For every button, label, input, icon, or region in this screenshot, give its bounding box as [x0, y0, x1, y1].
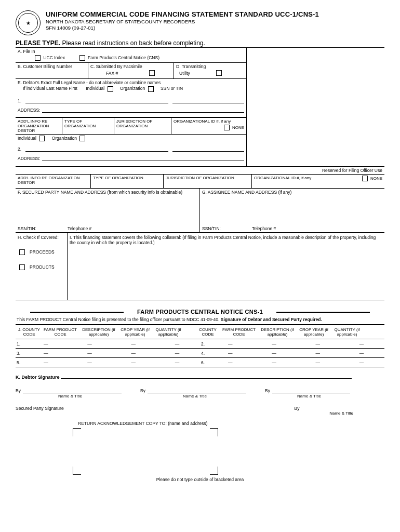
j-crop-header: CROP YEAR (if applicable) [118, 327, 152, 337]
state-seal-icon [16, 10, 41, 35]
section-f-label: F. SECURED PARTY NAME AND ADDRESS (from … [18, 190, 197, 195]
organization-label-2: Organization [52, 136, 77, 141]
section-i: I. This financing statement covers the f… [68, 233, 384, 300]
collateral-row: H. Check If Covered: PROCEEDS PRODUCTS I… [16, 233, 384, 300]
j-fp2-header: FARM PRODUCT CODE [220, 327, 258, 337]
j-row-3[interactable]: 3.———— [16, 349, 200, 358]
section-f: F. SECURED PARTY NAME AND ADDRESS (from … [16, 189, 200, 232]
debtor-2-name-input[interactable] [25, 145, 168, 152]
fax-label: FAX # [106, 71, 118, 76]
organization-checkbox-2[interactable] [79, 136, 85, 141]
none-label-1: NONE [232, 125, 244, 129]
org-id-label-full: ORGANIZATIONAL ID #, if any [254, 176, 311, 180]
address-label-2: ADDRESS: [18, 156, 40, 161]
org-id-label-1: ORGANIZATIONAL ID #, if any [174, 119, 231, 124]
form-header: UNIFORM COMMERCIAL CODE FINANCING STATEM… [16, 10, 384, 35]
debtor-1-name-input[interactable] [25, 97, 168, 103]
section-d-label: D. Transmitting [176, 64, 244, 69]
individual-label-1: Individual [86, 86, 104, 91]
section-a: A. File In UCC Index Farm Products Centr… [16, 48, 246, 63]
j-qty2-header: QUANTITY (if applicable) [330, 327, 364, 337]
j-county2-header: COUNTY CODE [195, 327, 220, 337]
name-title-4: Name & Title [16, 411, 384, 416]
individual-checkbox-2[interactable] [39, 136, 45, 141]
j-row-2[interactable]: 2.———— [200, 339, 384, 349]
secured-assignee-row: F. SECURED PARTY NAME AND ADDRESS (from … [16, 189, 384, 233]
section-d: D. Transmitting Utility [174, 63, 246, 78]
none-checkbox-full[interactable] [362, 176, 368, 181]
cns-checkbox[interactable] [79, 55, 85, 61]
section-c-label: C. Submitted By Facsimile [90, 64, 171, 69]
farm-products-title: FARM PRODUCTS CENTRAL NOTICE CNS-1 [16, 309, 384, 315]
by-line-3[interactable] [272, 387, 350, 393]
utility-label: Utility [179, 71, 190, 76]
addl-info-label-full: ADD'L INFO RE ORGANIZATION DEBTOR [16, 175, 91, 188]
ucc-index-label: UCC Index [43, 55, 65, 60]
organization-label-1: Organization [120, 86, 145, 91]
g-tel-label: Telephone # [252, 226, 276, 231]
none-checkbox-1[interactable] [224, 125, 230, 130]
products-label: PRODUCTS [30, 264, 55, 270]
section-g-label: G. ASSIGNEE NAME AND ADDRESS (if any) [202, 190, 382, 195]
header-text-block: UNIFORM COMMERCIAL CODE FINANCING STATEM… [46, 10, 319, 31]
farm-note: This FARM PRODUCT Central Notice filing … [16, 315, 384, 325]
by-row-1: By Name & Title By Name & Title By Name … [16, 387, 384, 398]
farm-note-text: This FARM PRODUCT Central Notice filing … [17, 317, 219, 322]
g-ssn-label: SSN/TIN: [202, 226, 221, 231]
j-table-body: 1.———— 3.———— 5.———— 2.———— 4.———— 6.———… [16, 339, 384, 367]
name-title-2: Name & Title [140, 394, 249, 398]
j-county-header: J. COUNTY CODE [17, 327, 42, 337]
debtor-1-ssn-input[interactable] [172, 97, 244, 103]
section-b: B. Customer Billing Number [16, 63, 88, 78]
debtor-1-number: 1. [18, 98, 21, 103]
debtor-2-address-input[interactable] [42, 155, 244, 161]
addl-info-label-1: ADD'L INFO RE ORGANIZATION DEBTOR [16, 118, 62, 134]
debtor-1-address-input[interactable] [42, 107, 244, 113]
section-i-text: I. This financing statement covers the f… [70, 235, 382, 245]
j-row-1[interactable]: 1.———— [16, 339, 200, 349]
ucc-index-checkbox[interactable] [35, 55, 41, 61]
by-line-1[interactable] [23, 387, 122, 393]
type-org-label-1: TYPE OF ORGANIZATION [62, 118, 114, 134]
left-form-block: A. File In UCC Index Farm Products Centr… [16, 48, 247, 166]
section-h-label: H. Check If Covered: [18, 235, 65, 240]
section-g: G. ASSIGNEE NAME AND ADDRESS (if any) SS… [200, 189, 384, 232]
please-type-bold: PLEASE TYPE. [16, 39, 60, 47]
j-table-header: J. COUNTY CODE FARM PRODUCT CODE DESCRIP… [16, 325, 384, 339]
reserved-label: Reserved for Filing Officer Use [16, 167, 384, 175]
jurisdiction-label-1: JURISDICTION OF ORGANIZATION [114, 118, 171, 134]
organization-checkbox-1[interactable] [148, 86, 154, 92]
debtor-2-ssn-input[interactable] [172, 145, 244, 152]
individual-label-2: Individual [18, 136, 36, 141]
name-title-3: Name & Title [265, 394, 353, 398]
facsimile-checkbox[interactable] [149, 70, 155, 76]
j-row-6[interactable]: 6.———— [200, 358, 384, 367]
return-address-box[interactable] [73, 428, 218, 475]
lastname-first-label: If individual Last Name First [23, 86, 77, 91]
name-title-1: Name & Title [16, 394, 125, 398]
j-desc2-header: DESCRIPTION (if applicable) [258, 327, 297, 337]
j-row-4[interactable]: 4.———— [200, 349, 384, 358]
footer-note: Please do not type outside of bracketed … [16, 477, 384, 482]
proceeds-checkbox[interactable] [19, 249, 25, 255]
j-crop2-header: CROP YEAR (if applicable) [297, 327, 330, 337]
section-h: H. Check If Covered: PROCEEDS PRODUCTS [16, 233, 68, 300]
individual-checkbox-1[interactable] [108, 86, 113, 92]
debtor-signature-line[interactable] [61, 373, 352, 379]
please-type-rest: Please read instructions on back before … [62, 39, 205, 47]
proceeds-label: PROCEEDS [30, 249, 55, 255]
none-label-full: NONE [370, 176, 382, 180]
section-k: K. Debtor Signature [16, 373, 384, 380]
products-checkbox[interactable] [19, 264, 25, 270]
jurisdiction-label-full: JURISDICTION OF ORGANIZATION [164, 175, 252, 188]
form-number: SFN 14009 (09-27-01) [46, 25, 319, 31]
by-line-2[interactable] [148, 387, 246, 393]
j-row-5[interactable]: 5.———— [16, 358, 200, 367]
return-ack-label: RETURN ACKNOWLEDGEMENT COPY TO: (name an… [16, 421, 384, 426]
f-tel-label: Telephone # [68, 226, 91, 231]
please-type-instruction: PLEASE TYPE. Please read instructions on… [16, 39, 384, 48]
debtor-2-number: 2. [18, 147, 21, 152]
type-org-label-full: TYPE OF ORGANIZATION [91, 175, 164, 188]
utility-checkbox[interactable] [216, 70, 222, 76]
sp-label: Secured Party Signature [16, 406, 64, 411]
